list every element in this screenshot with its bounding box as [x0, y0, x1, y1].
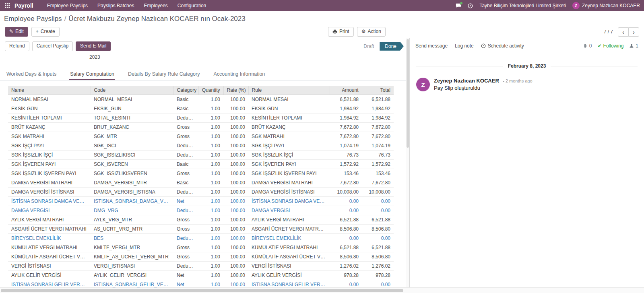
- cell-total: 8,506.80: [362, 224, 394, 233]
- table-row[interactable]: SGK İŞVEREN PAYISGK_ISVERENBasic1.00100.…: [8, 159, 394, 169]
- tab-details-by-salary-rule-category[interactable]: Details By Salary Rule Category: [127, 69, 201, 80]
- table-row[interactable]: AYLIK GELİR VERGİSİAYLIK_GELIR_VERGISINe…: [8, 270, 394, 280]
- table-row[interactable]: SGK İŞÇİ PAYISGK_ISCIDeduction1.00100.00…: [8, 141, 394, 150]
- cell-name: VERGİ İSTİSNASI: [8, 261, 91, 270]
- table-row[interactable]: VERGİ İSTİSNASIVERGI_ISTISNASIDeduction1…: [8, 261, 394, 270]
- clock-icon: [468, 3, 473, 8]
- table-row[interactable]: İSTİSNA SONRASI DAMGA VERGISI MA...ISTIS…: [8, 196, 394, 206]
- cell-code: VERGI_ISTISNASI: [91, 261, 173, 270]
- cell-quantity: 1.00: [198, 95, 223, 104]
- table-row[interactable]: SGK MATRAHISGK_MTRGross1.00100.00SGK MAT…: [8, 132, 394, 141]
- horizontal-scrollbar[interactable]: [0, 287, 644, 293]
- breadcrumb-parent-link[interactable]: Employee Payslips: [4, 15, 62, 23]
- refund-button[interactable]: Refund: [5, 41, 29, 51]
- cell-rule: EKSİK GÜN: [248, 104, 330, 113]
- form-statusbar: Refund Cancel Payslip Send E-Mail Draft …: [0, 38, 409, 53]
- table-row[interactable]: SGK İŞSIZLIK İŞÇİSGK_ISSIZLIKISCIDeducti…: [8, 150, 394, 159]
- apps-menu-icon[interactable]: [4, 3, 13, 8]
- form-vertical-scrollbar[interactable]: [406, 38, 409, 287]
- col-amount[interactable]: Amount: [330, 86, 362, 95]
- table-row[interactable]: DAMGA VERGİSİ İSTİSNASIDAMGA_VERGISI_IST…: [8, 187, 394, 196]
- cell-name: NORMAL MESAI: [8, 95, 91, 104]
- cell-code: NORMAL_MESAI: [91, 95, 173, 104]
- tab-salary-computation[interactable]: Salary Computation: [69, 69, 115, 80]
- tab-accounting-information[interactable]: Accounting Information: [213, 69, 266, 80]
- tab-worked-days-inputs[interactable]: Worked Days & Inputs: [6, 69, 57, 80]
- messages-icon[interactable]: [456, 3, 461, 8]
- create-button[interactable]: + Create: [31, 27, 60, 37]
- cell-amount: 978.28: [330, 270, 362, 280]
- cell-code: DAMGA_VERGISI_MTR: [91, 178, 173, 187]
- main-content: Refund Cancel Payslip Send E-Mail Draft …: [0, 38, 644, 287]
- col-total[interactable]: Total: [362, 86, 394, 95]
- cell-amount: 153.46: [330, 169, 362, 178]
- cell-category: Gross: [173, 252, 198, 261]
- cell-rule: SGK İŞVEREN PAYI: [248, 159, 330, 169]
- cell-rate: 100.00: [223, 122, 248, 132]
- form-sheet: 2023 Worked Days & Inputs Salary Computa…: [0, 54, 409, 293]
- cell-total: 1,572.92: [362, 159, 394, 169]
- col-quantity[interactable]: Quantity: [198, 86, 223, 95]
- cell-rate: 100.00: [223, 196, 248, 206]
- table-row[interactable]: NORMAL MESAINORMAL_MESAIBasic1.00100.00N…: [8, 95, 394, 104]
- cell-rate: 100.00: [223, 252, 248, 261]
- table-row[interactable]: AYLIK VERGİ MATRAHIAYLK_VRG_MTRGross1.00…: [8, 215, 394, 224]
- table-row[interactable]: BRÜT KAZANÇBRUT_KAZANCGross1.00100.00BRÜ…: [8, 122, 394, 132]
- pager-next-button[interactable]: ›: [628, 27, 639, 37]
- table-row[interactable]: EKSİK GÜNEKSIK_GUNBasic1.00100.00EKSİK G…: [8, 104, 394, 113]
- menu-employee-payslips[interactable]: Employee Payslips: [42, 0, 93, 11]
- col-rule[interactable]: Rule: [248, 86, 330, 95]
- table-row[interactable]: KÜMÜLATİF ASGARİ ÜCRET VERGİ MA...KMLTF_…: [8, 252, 394, 261]
- cell-rule: KÜMÜLATİF ASGARİ ÜCRET VERGİ MA...: [248, 252, 330, 261]
- print-button[interactable]: Print: [328, 27, 354, 37]
- table-row[interactable]: ASGARİ ÜCRET VERGI MATRAHIAS_UCRT_VRG_MT…: [8, 224, 394, 233]
- cell-code: AS_UCRT_VRG_MTR: [91, 224, 173, 233]
- cell-code: BES: [91, 233, 173, 243]
- schedule-activity-button[interactable]: Schedule activity: [481, 43, 524, 49]
- col-name[interactable]: Name: [8, 86, 91, 95]
- cell-name: ASGARİ ÜCRET VERGI MATRAHI: [8, 224, 91, 233]
- col-code[interactable]: Code: [91, 86, 173, 95]
- followers-button[interactable]: 1: [629, 43, 638, 49]
- cell-total: 6,521.88: [362, 215, 394, 224]
- cell-quantity: 1.00: [198, 233, 223, 243]
- user-menu[interactable]: Z Zeynep Nazlıcan KOCAER: [572, 2, 640, 9]
- state-draft[interactable]: Draft: [358, 42, 380, 51]
- col-category[interactable]: Category: [173, 86, 198, 95]
- company-name[interactable]: Taybe Bilişim Teknolojileri Limited Şirk…: [479, 3, 566, 8]
- menu-employees[interactable]: Employees: [139, 0, 172, 11]
- send-message-button[interactable]: Send message: [415, 43, 448, 49]
- state-done[interactable]: Done: [380, 42, 404, 51]
- pager-previous-button[interactable]: ‹: [618, 27, 629, 37]
- cell-name: DAMGA VERGİSİ İSTİSNASI: [8, 187, 91, 196]
- table-row[interactable]: DAMGA VERGİSİ MATRAHIDAMGA_VERGISI_MTRBa…: [8, 178, 394, 187]
- table-row[interactable]: SGK İŞSIZLIK İŞVEREN PAYISGK_ISSIZLIKISV…: [8, 169, 394, 178]
- cell-amount: 0.00: [330, 206, 362, 215]
- activities-icon[interactable]: [468, 3, 473, 8]
- cell-rule: DAMGA VERGİSİ MATRAHI: [248, 178, 330, 187]
- horizontal-scrollbar-thumb[interactable]: [1, 289, 403, 292]
- attachments-button[interactable]: 0: [583, 43, 592, 49]
- menu-payslips-batches[interactable]: Payslips Batches: [93, 0, 139, 11]
- table-row[interactable]: DAMGA VERGİSİDMG_VRGDeduction1.00100.00D…: [8, 206, 394, 215]
- message-author[interactable]: Zeynep Nazlıcan KOCAER: [434, 78, 499, 84]
- following-button[interactable]: ✔ Following: [598, 43, 624, 49]
- menu-configuration[interactable]: Configuration: [173, 0, 211, 11]
- table-row[interactable]: KESİNTİLER TOPLAMITOTAL_KESINTIDeduction…: [8, 113, 394, 122]
- log-note-button[interactable]: Log note: [455, 43, 474, 49]
- cell-quantity: 1.00: [198, 178, 223, 187]
- chatter-toolbar: Send message Log note Schedule activity …: [410, 38, 644, 51]
- period-year-field[interactable]: 2023: [89, 54, 283, 63]
- cell-rate: 100.00: [223, 270, 248, 280]
- col-rate[interactable]: Rate (%): [223, 86, 248, 95]
- action-button[interactable]: ⚙ Action: [357, 27, 386, 37]
- app-brand[interactable]: Payroll: [14, 2, 33, 9]
- paperclip-icon: [583, 43, 588, 48]
- cancel-payslip-button[interactable]: Cancel Payslip: [32, 41, 73, 51]
- send-email-button[interactable]: Send E-Mail: [76, 41, 111, 51]
- edit-button[interactable]: ✎ Edit: [5, 27, 28, 37]
- cell-rate: 100.00: [223, 104, 248, 113]
- table-row[interactable]: KÜMÜLATİF VERGİ MATRAHIKMLTF_VERGI_MTRGr…: [8, 243, 394, 252]
- form-scrollbar-thumb[interactable]: [407, 39, 409, 148]
- table-row[interactable]: BİREYSEL EMEKLİLİKBESDeduction1.00100.00…: [8, 233, 394, 243]
